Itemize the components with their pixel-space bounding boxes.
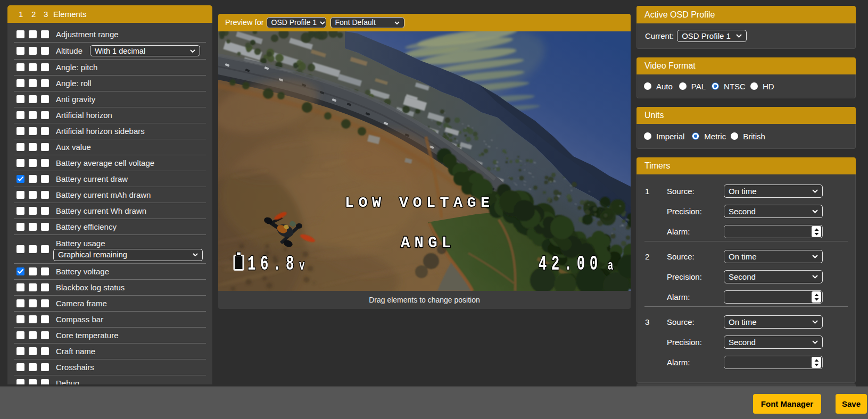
svg-text:a: a — [608, 258, 614, 274]
svg-text:16.8: 16.8 — [247, 253, 299, 275]
svg-text:ANGL: ANGL — [401, 234, 455, 252]
svg-text:LOW VOLTAGE: LOW VOLTAGE — [345, 194, 494, 212]
svg-text:v: v — [299, 258, 305, 274]
svg-text:42.00: 42.00 — [539, 253, 602, 275]
